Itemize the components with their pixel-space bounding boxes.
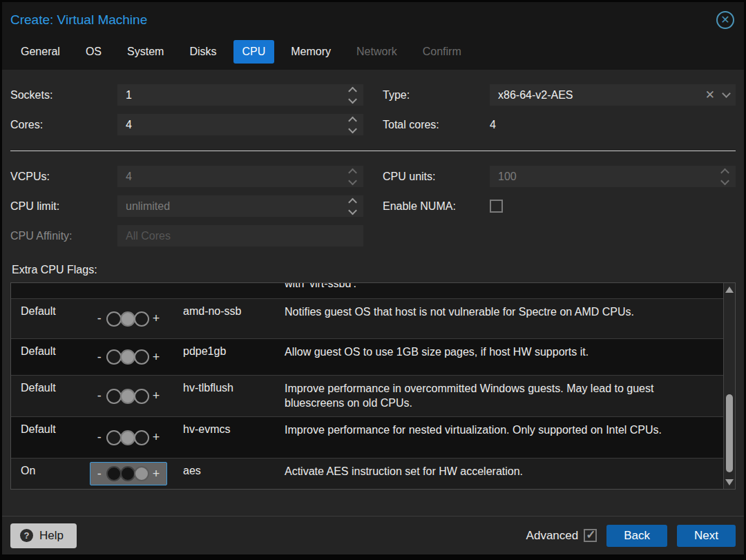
flag-state: Default (11, 417, 80, 458)
sockets-input[interactable]: 1 (117, 84, 363, 106)
type-label: Type: (383, 89, 490, 102)
flag-toggle-slider[interactable]: - + (91, 349, 166, 365)
advanced-checkbox[interactable]: ✓ (584, 529, 597, 542)
total-cores-value: 4 (490, 119, 496, 131)
flag-name: pdpe1gb (177, 339, 280, 375)
dialog-footer: ? Help Advanced ✓ Back Next (2, 516, 744, 554)
flag-state: Default (11, 339, 80, 375)
flag-name: hv-evmcs (177, 417, 280, 458)
grid-scrollbar[interactable] (723, 283, 735, 489)
flag-description: Improve performance for nested virtualiz… (280, 417, 723, 458)
sockets-label: Sockets: (10, 89, 117, 102)
minus-icon[interactable]: - (97, 389, 102, 403)
spinner-icons (350, 169, 356, 184)
plus-icon[interactable]: + (153, 467, 160, 481)
flag-toggle-slider[interactable]: - + (91, 429, 166, 446)
flag-toggle-slider[interactable]: - + (91, 311, 166, 327)
flag-description: Improve performance in overcommitted Win… (280, 376, 723, 416)
flag-toggle-slider[interactable]: - + (90, 462, 168, 485)
cpu-limit-input[interactable]: unlimited (117, 195, 363, 217)
scroll-down-icon[interactable] (725, 479, 734, 485)
plus-icon[interactable]: + (153, 430, 160, 445)
enable-numa-label: Enable NUMA: (383, 200, 490, 213)
spinner-icons[interactable] (350, 199, 356, 213)
cpu-units-label: CPU units: (383, 171, 490, 183)
create-vm-dialog: Create: Virtual Machine ✕ General OS Sys… (0, 0, 746, 560)
minus-icon[interactable]: - (97, 430, 102, 445)
checkmark-icon: ✓ (586, 528, 595, 542)
extra-cpu-flags-label: Extra CPU Flags: (12, 264, 736, 276)
flag-row-hv-evmcs[interactable]: Default - + hv-evmcs Improve performance… (11, 416, 723, 458)
flag-description: Allow guest OS to use 1GB size pages, if… (280, 339, 723, 375)
section-divider (10, 151, 736, 151)
flag-state: Default (11, 299, 80, 338)
total-cores-label: Total cores: (383, 119, 490, 131)
flag-state: Default (11, 376, 80, 416)
question-icon: ? (20, 529, 33, 542)
type-combo[interactable]: x86-64-v2-AES ✕ (490, 84, 736, 106)
close-icon[interactable]: ✕ (716, 11, 734, 29)
spinner-icons[interactable] (350, 88, 356, 102)
tab-system[interactable]: System (118, 40, 173, 64)
tab-network: Network (347, 40, 406, 64)
cpu-affinity-label: CPU Affinity: (10, 230, 117, 242)
spinner-icons[interactable] (350, 117, 356, 132)
minus-icon[interactable]: - (97, 350, 102, 365)
cpu-affinity-input: All Cores (117, 225, 363, 247)
vcpus-input: 4 (117, 166, 363, 187)
flag-row-hv-tlbflush[interactable]: Default - + hv-tlbflush Improve performa… (11, 375, 723, 416)
dialog-title: Create: Virtual Machine (10, 12, 147, 28)
minus-icon[interactable]: - (97, 467, 102, 481)
flag-state: On (11, 458, 80, 489)
tab-general[interactable]: General (12, 40, 69, 64)
plus-icon[interactable]: + (153, 350, 160, 365)
flag-description: Activate AES instruction set for HW acce… (280, 458, 723, 489)
clipped-grid-row[interactable]: with 'virt-ssbd'. (11, 283, 723, 298)
cores-input[interactable]: 4 (117, 114, 363, 135)
flag-toggle-slider[interactable]: - + (91, 388, 166, 405)
enable-numa-checkbox[interactable]: ✓ (490, 200, 503, 213)
vcpus-label: VCPUs: (10, 171, 117, 183)
flag-row-amd-no-ssb[interactable]: Default - + amd-no-ssb Notifies guest OS… (11, 298, 723, 338)
minus-icon[interactable]: - (97, 311, 102, 326)
cpu-flags-grid: with 'virt-ssbd'. Default - + amd-no-ssb… (10, 282, 736, 490)
tab-os[interactable]: OS (77, 40, 111, 64)
chevron-down-icon[interactable] (722, 89, 731, 98)
flag-row-aes[interactable]: On - + aes Activate AES instruction set … (11, 458, 723, 489)
help-button[interactable]: ? Help (10, 523, 77, 548)
plus-icon[interactable]: + (153, 311, 160, 326)
scrollbar-thumb[interactable] (726, 394, 733, 472)
next-button[interactable]: Next (677, 525, 736, 547)
back-button[interactable]: Back (606, 525, 667, 547)
tab-memory[interactable]: Memory (282, 40, 340, 64)
tab-disks[interactable]: Disks (180, 40, 225, 64)
clipped-description: with 'virt-ssbd'. (280, 283, 723, 298)
tab-cpu[interactable]: CPU (233, 40, 275, 64)
scroll-up-icon[interactable] (725, 287, 734, 293)
cores-label: Cores: (10, 119, 117, 131)
spinner-icons (722, 169, 728, 184)
tab-bar: General OS System Disks CPU Memory Netwo… (12, 40, 744, 64)
plus-icon[interactable]: + (153, 389, 160, 403)
flag-name: hv-tlbflush (177, 376, 280, 416)
dialog-header: Create: Virtual Machine ✕ General OS Sys… (2, 2, 744, 70)
cpu-units-input: 100 (490, 166, 736, 187)
advanced-label: Advanced (526, 529, 579, 543)
tab-confirm: Confirm (414, 40, 470, 64)
flag-row-pdpe1gb[interactable]: Default - + pdpe1gb Allow guest OS to us… (11, 338, 723, 375)
flag-name: amd-no-ssb (177, 299, 280, 338)
flag-description: Notifies guest OS that host is not vulne… (280, 299, 723, 338)
cpu-limit-label: CPU limit: (10, 200, 117, 213)
flag-name: aes (177, 458, 280, 489)
clear-icon[interactable]: ✕ (705, 88, 715, 102)
